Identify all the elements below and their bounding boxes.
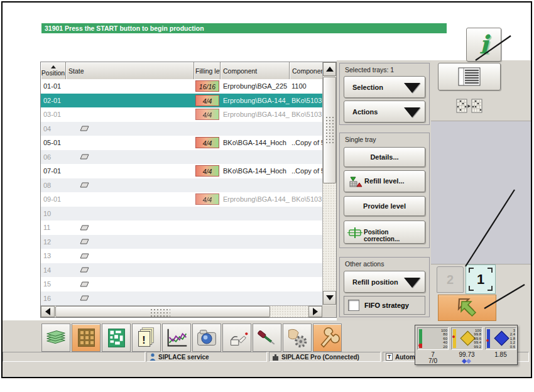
- scroll-up-button[interactable]: [323, 62, 336, 76]
- chevron-down-icon: [404, 278, 420, 288]
- toolbar-tray-table-button[interactable]: [72, 324, 101, 352]
- column-header-component-2[interactable]: Component: [290, 62, 322, 79]
- empty-tray-icon: [80, 295, 89, 301]
- scroll-down-button[interactable]: [323, 291, 336, 305]
- table-row[interactable]: 11: [41, 220, 322, 235]
- table-row-selected[interactable]: 02-01 4/4 Erprobung\BGA-144_1 BKo\5103: [41, 94, 322, 108]
- table-row[interactable]: 15: [41, 277, 322, 291]
- table-row[interactable]: 07-01 4/4 BKo\BGA-144_Hoch ..Copy of 51: [41, 164, 322, 178]
- tray-list-view-button[interactable]: [438, 63, 501, 90]
- sort-asc-icon: [51, 65, 56, 68]
- actions-dropdown-label: Actions: [352, 101, 378, 122]
- table-row[interactable]: 13: [41, 249, 322, 263]
- cell-filling-level: 4/4: [194, 165, 221, 177]
- toolbar-setup-button[interactable]: [41, 324, 70, 352]
- toolbar-service-button[interactable]: [313, 324, 342, 352]
- sidebar-inner-panel: [431, 121, 531, 264]
- fifo-strategy-checkbox[interactable]: [348, 300, 359, 311]
- table-row[interactable]: 06: [41, 150, 322, 165]
- gauge-marker: [418, 344, 421, 347]
- table-row[interactable]: 08: [41, 178, 322, 193]
- info-button[interactable]: i: [466, 28, 501, 62]
- selection-dropdown[interactable]: Selection: [344, 76, 425, 98]
- table-row[interactable]: 05-01 4/4 BKo\BGA-144_Hoch ..Copy of 51: [41, 136, 322, 150]
- performance-gauge-panel[interactable]: 1008060 4020 10099.899.6 99.499.2 32.41.…: [415, 325, 518, 365]
- cell-position: 11: [41, 224, 66, 231]
- cell-filling-level: 4/4: [194, 109, 221, 120]
- status-segment-machine[interactable]: SIPLACE Pro (Connected): [269, 352, 381, 362]
- cell-position: 12: [41, 238, 66, 246]
- column-header-filling-level[interactable]: Filling level: [194, 62, 221, 79]
- cell-state: [66, 253, 194, 259]
- empty-tray-icon: [80, 253, 89, 259]
- refill-level-icon: [349, 176, 362, 188]
- table-row[interactable]: 03-01 4/4 Erprobung\BGA-144_2 BKo\5103: [41, 107, 322, 122]
- cell-state: [66, 267, 194, 273]
- actions-dropdown[interactable]: Actions: [344, 101, 425, 122]
- position-correction-button[interactable]: Position correction...: [344, 220, 425, 244]
- oilcan-icon: [223, 324, 251, 352]
- gantry-tab-2[interactable]: 2: [437, 266, 464, 293]
- toolbar-maintenance-button[interactable]: [222, 324, 251, 352]
- cell-position: 06: [41, 153, 66, 161]
- table-row[interactable]: 14: [41, 263, 322, 278]
- column-header-label: Component: [292, 67, 322, 75]
- tray-matrix-icon: [78, 329, 95, 347]
- cell-state: [66, 225, 194, 231]
- cell-component-2: ..Copy of 51: [290, 139, 322, 146]
- refill-level-button[interactable]: Refill level...: [344, 170, 425, 192]
- thumb-grip: [325, 116, 335, 145]
- machine-icon: [272, 354, 279, 361]
- vertical-scroll-thumb[interactable]: [323, 77, 336, 183]
- horizontal-scrollbar[interactable]: [41, 305, 322, 317]
- column-header-position[interactable]: Position: [41, 62, 66, 79]
- scroll-right-button[interactable]: [308, 306, 322, 317]
- focus-corner: [469, 268, 474, 273]
- provide-level-button[interactable]: Provide level: [344, 196, 425, 216]
- toolbar-statistics-button[interactable]: [162, 324, 191, 352]
- fifo-strategy-row[interactable]: FIFO strategy: [344, 296, 425, 315]
- pickup-rate-gauge: 10099.899.6 99.499.2: [451, 327, 482, 350]
- table-row[interactable]: 01-01 16/16 Erprobung\BGA_225 1100: [41, 79, 322, 94]
- tray-matrix-view-button[interactable]: [438, 92, 501, 120]
- selected-trays-group: Selected trays: 1 Selection Actions: [339, 63, 430, 125]
- hand-gear-icon: [283, 324, 311, 352]
- cell-position: 01-01: [41, 82, 66, 90]
- refill-position-dropdown[interactable]: Refill position: [344, 271, 425, 293]
- cell-component: Erprobung\BGA-144_3: [221, 195, 290, 203]
- table-row[interactable]: 12: [41, 235, 322, 249]
- cell-position: 03-01: [41, 111, 66, 118]
- empty-tray-icon: [80, 154, 89, 160]
- svg-text:!: !: [142, 334, 145, 345]
- gantry-tab-1[interactable]: 1: [466, 264, 496, 294]
- cell-component: BKo\BGA-144_Hoch: [221, 139, 290, 146]
- gauge-bar: [453, 329, 456, 348]
- column-header-state[interactable]: State: [66, 62, 194, 79]
- refill-position-dropdown-label: Refill position: [352, 271, 398, 292]
- horizontal-scroll-thumb[interactable]: [55, 306, 270, 317]
- cell-component: Erprobung\BGA-144_2: [221, 111, 290, 118]
- vertical-scrollbar[interactable]: [322, 62, 336, 305]
- toolbar-error-log-button[interactable]: !: [132, 324, 161, 352]
- toolbar-pcb-button[interactable]: [102, 324, 131, 352]
- single-tray-group: Single tray Details... Refill level... P…: [339, 133, 430, 248]
- gantry-tab-2-label: 2: [447, 273, 454, 286]
- table-row[interactable]: 04: [41, 122, 322, 136]
- filling-level-gauge: 4/4: [195, 193, 219, 205]
- back-button[interactable]: [438, 295, 496, 321]
- message-banner: 31901 Press the START button to begin pr…: [41, 23, 447, 33]
- status-segment-user[interactable]: SIPLACE service: [146, 352, 267, 362]
- cell-position: 10: [41, 210, 66, 217]
- table-row[interactable]: 09-01 4/4 Erprobung\BGA-144_3 BKo\5103: [41, 192, 322, 207]
- toolbar-vision-button[interactable]: [192, 324, 221, 352]
- table-row[interactable]: 16: [41, 291, 322, 306]
- table-row[interactable]: 10: [41, 207, 322, 221]
- empty-tray-icon: [80, 267, 89, 273]
- toolbar-manual-operation-button[interactable]: [283, 324, 312, 352]
- details-button[interactable]: Details...: [344, 147, 425, 167]
- toolbar-tools-button[interactable]: [253, 324, 281, 352]
- position-correction-button-label: Position correction...: [364, 229, 425, 242]
- scrollbar-corner: [322, 305, 336, 317]
- column-header-component[interactable]: Component: [221, 62, 290, 79]
- scroll-left-button[interactable]: [41, 306, 55, 317]
